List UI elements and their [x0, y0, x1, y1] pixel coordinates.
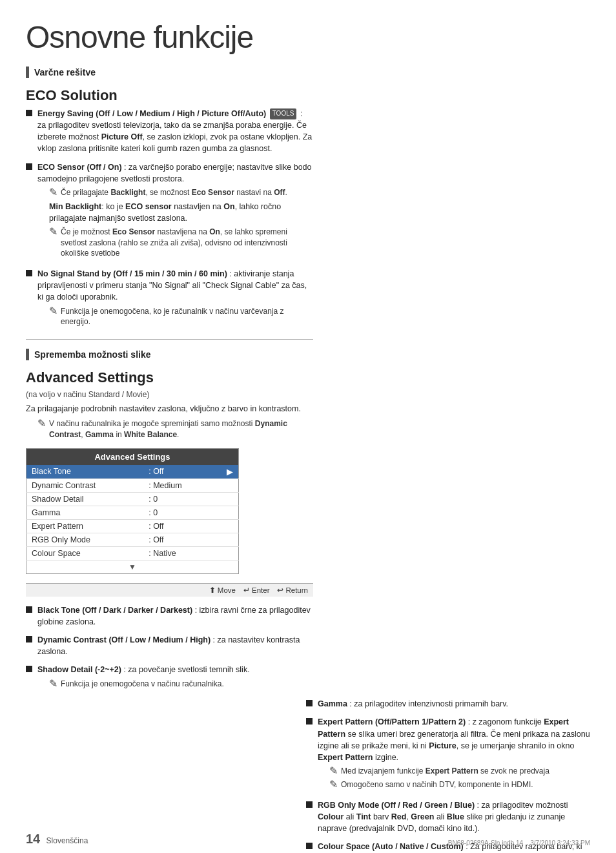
list-item: Expert Pattern (Off/Pattern 1/Pattern 2)…	[306, 716, 590, 792]
note-icon3: ✎	[49, 306, 57, 316]
right-column: Gamma : za prilagoditev intenzivnosti pr…	[306, 698, 590, 853]
table-cell-arrow	[212, 519, 239, 533]
table-row[interactable]: Gamma : 0	[26, 506, 239, 519]
page-language: Slovenščina	[46, 836, 88, 845]
table-cell-label: Black Tone	[26, 465, 144, 479]
eco-sensor-note2: ✎ Če je možnost Eco Sensor nastavljena n…	[49, 227, 313, 259]
divider	[26, 339, 313, 340]
footer-move: ⬆ Move	[209, 586, 236, 595]
adv-settings-desc: Za prilagajanje podrobnih nastavitev zas…	[26, 403, 313, 415]
table-cell-value: : Off	[143, 465, 212, 479]
bullet	[306, 801, 313, 808]
table-cell-arrow	[212, 506, 239, 519]
table-cell-label: Dynamic Contrast	[26, 478, 144, 492]
section1-header-text: Varčne rešitve	[34, 67, 96, 77]
table-cell-label: Shadow Detail	[26, 492, 144, 506]
adv-settings-table: Advanced Settings Black Tone : Off ▶ Dyn…	[26, 448, 239, 574]
black-tone-lead: Black Tone (Off / Dark / Darker / Darkes…	[37, 606, 192, 615]
rgb-only-lead: RGB Only Mode (Off / Red / Green / Blue)	[318, 801, 475, 810]
table-cell-value: : Medium	[143, 478, 212, 492]
table-cell-value: : Off	[143, 533, 212, 546]
note-icon: ✎	[49, 187, 57, 198]
eco-note-text: Če prilagajate Backlight, se možnost Eco…	[61, 187, 287, 198]
shadow-note-text: Funkcija je onemogočena v načinu računal…	[61, 679, 224, 690]
gamma-text: : za prilagoditev intenzivnosti primarni…	[349, 699, 508, 708]
bullet	[26, 666, 32, 672]
expert-note2-text: Omogočeno samo v načinih DTV, komponente…	[341, 779, 533, 790]
table-row[interactable]: RGB Only Mode : Off	[26, 533, 239, 546]
eco-note2-text: Če je možnost Eco Sensor nastavljena na …	[61, 227, 313, 259]
eco-solution-title: ECO Solution	[26, 87, 313, 104]
no-signal-content: No Signal Stand by (Off / 15 min / 30 mi…	[37, 268, 313, 330]
bullet	[26, 110, 32, 116]
shadow-detail-lead: Shadow Detail (-2~+2)	[37, 665, 121, 674]
adv-settings-note: ✎ V načinu računalnika je mogoče spremin…	[37, 418, 313, 440]
table-cell-arrow	[212, 478, 239, 492]
bullet	[26, 163, 32, 170]
table-cell-more: ▼	[26, 560, 239, 573]
table-row[interactable]: Dynamic Contrast : Medium	[26, 478, 239, 492]
page-number: 14	[26, 832, 40, 846]
note-icon6: ✎	[329, 766, 338, 776]
table-row[interactable]: Black Tone : Off ▶	[26, 465, 239, 479]
bullet	[26, 270, 32, 276]
list-item: Shadow Detail (-2~+2) : za povečanje sve…	[26, 664, 313, 692]
list-item: Dynamic Contrast (Off / Low / Medium / H…	[26, 634, 313, 657]
table-header: Advanced Settings	[26, 448, 239, 465]
table-footer: ⬆ Move ↵ Enter ↩ Return	[26, 583, 313, 597]
table-cell-arrow	[212, 492, 239, 506]
bullet	[26, 636, 32, 642]
gamma-lead: Gamma	[318, 699, 347, 708]
page-title: Osnovne funkcije	[26, 19, 590, 55]
eco-list: Energy Saving (Off / Low / Medium / High…	[26, 108, 313, 330]
eco-sensor-note: ✎ Če prilagajate Backlight, se možnost E…	[49, 187, 313, 198]
table-cell-value: : 0	[143, 506, 212, 519]
table-cell-arrow: ▶	[212, 465, 239, 479]
footer-return: ↩ Return	[277, 586, 308, 595]
table-row[interactable]: Shadow Detail : 0	[26, 492, 239, 506]
table-cell-arrow	[212, 546, 239, 560]
list-item: No Signal Stand by (Off / 15 min / 30 mi…	[26, 268, 313, 330]
table-row[interactable]: Colour Space : Native	[26, 546, 239, 560]
enter-icon: ↵	[243, 586, 250, 595]
min-backlight: Min Backlight: ko je ECO sensor nastavlj…	[49, 201, 313, 224]
shadow-detail-text: : za povečanje svetlosti temnih slik.	[123, 665, 249, 674]
bullet	[306, 700, 313, 706]
dyn-contrast-content: Dynamic Contrast (Off / Low / Medium / H…	[37, 634, 313, 657]
table-cell-arrow	[212, 533, 239, 546]
no-signal-lead: No Signal Stand by (Off / 15 min / 30 mi…	[37, 269, 227, 278]
bullet	[306, 843, 313, 849]
table-cell-value: : Native	[143, 546, 212, 560]
section-bar-2	[26, 349, 29, 360]
black-tone-content: Black Tone (Off / Dark / Darker / Darkes…	[37, 604, 313, 628]
section-bar-1	[26, 67, 29, 78]
table-cell-value: : Off	[143, 519, 212, 533]
note-icon2: ✎	[49, 227, 57, 237]
shadow-note: ✎ Funkcija je onemogočena v načinu račun…	[49, 679, 313, 690]
tools-badge: TOOLS	[270, 108, 297, 119]
table-row[interactable]: Expert Pattern : Off	[26, 519, 239, 533]
bullet	[306, 718, 313, 725]
list-item: RGB Only Mode (Off / Red / Green / Blue)…	[306, 799, 590, 834]
return-icon: ↩	[277, 586, 283, 595]
adv-note-text: V načinu računalnika je mogoče spreminja…	[49, 418, 313, 440]
colour-space-lead: Colour Space (Auto / Native / Custom)	[318, 842, 464, 851]
right-list: Gamma : za prilagoditev intenzivnosti pr…	[306, 698, 590, 853]
table-row: ▼	[26, 560, 239, 573]
note-icon5: ✎	[49, 679, 57, 689]
list-item: Black Tone (Off / Dark / Darker / Darkes…	[26, 604, 313, 628]
footer-enter: ↵ Enter	[243, 586, 270, 595]
table-cell-label: Gamma	[26, 506, 144, 519]
section2-header: Sprememba možnosti slike	[26, 349, 313, 360]
list-item: ECO Sensor (Off / On) : za varčnejšo por…	[26, 161, 313, 262]
eco-sensor-lead: ECO Sensor (Off / On)	[37, 163, 122, 172]
energy-saving-lead: Energy Saving (Off / Low / Medium / High…	[37, 109, 266, 118]
expert-note1-text: Med izvajanjem funkcije Expert Pattern s…	[341, 766, 549, 777]
expert-note2: ✎ Omogočeno samo v načinih DTV, komponen…	[329, 779, 590, 790]
list-item: Energy Saving (Off / Low / Medium / High…	[26, 108, 313, 155]
no-signal-note-text: Funkcija je onemogočena, ko je računalni…	[61, 306, 313, 328]
expert-note1: ✎ Med izvajanjem funkcije Expert Pattern…	[329, 766, 590, 777]
table-cell-value: : 0	[143, 492, 212, 506]
footer-file: BN68-02689A-Sln.indb 14	[448, 839, 523, 847]
eco-sensor-content: ECO Sensor (Off / On) : za varčnejšo por…	[37, 161, 313, 262]
